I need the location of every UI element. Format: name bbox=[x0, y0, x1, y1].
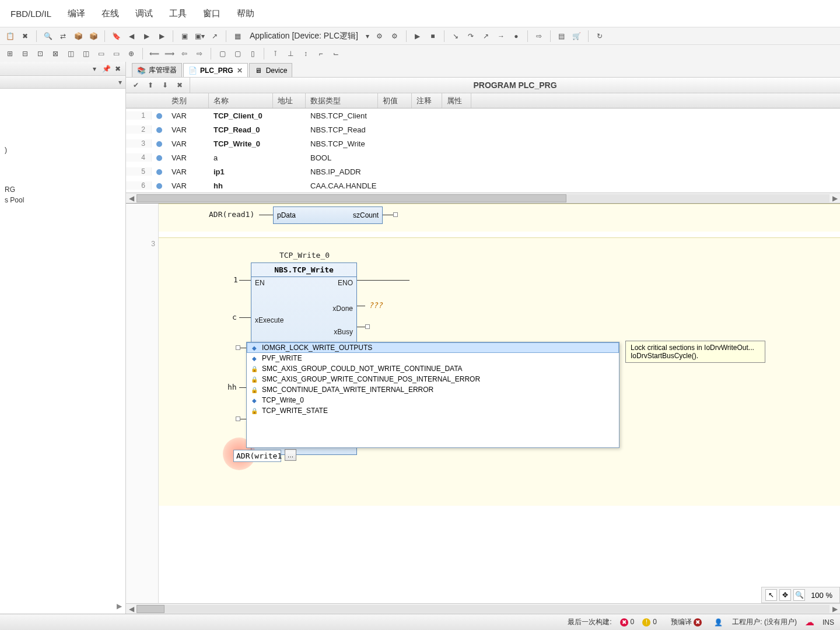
tab-device[interactable]: 🖥 Device bbox=[249, 63, 293, 77]
col-type[interactable]: 数据类型 bbox=[306, 93, 378, 108]
instance-name[interactable]: TCP_Write_0 bbox=[275, 251, 334, 260]
zoom-tool-icon[interactable]: 🔍 bbox=[793, 589, 805, 601]
tab-plc-prg[interactable]: 📄 PLC_PRG ✕ bbox=[183, 63, 248, 77]
scroll-right-icon[interactable]: ▶ bbox=[830, 194, 840, 202]
autocomplete-item[interactable]: 🔒SMC_AXIS_GROUP_COULD_NOT_WRITE_CONTINUE… bbox=[247, 363, 619, 374]
tab-library-manager[interactable]: 📚 库管理器 bbox=[132, 63, 182, 77]
scroll-right-icon[interactable]: ▶ bbox=[830, 605, 840, 613]
fbd-tool-18[interactable]: ⊥ bbox=[284, 47, 297, 60]
find-prev-icon[interactable]: 📦 bbox=[87, 30, 100, 43]
step-out-icon[interactable]: ↗ bbox=[480, 30, 492, 43]
fbd-tool-7[interactable]: ▭ bbox=[94, 47, 107, 60]
fbd-tool-21[interactable]: ⌙ bbox=[330, 47, 342, 60]
scroll-thumb[interactable] bbox=[136, 194, 566, 202]
table-row[interactable]: 3VARTCP_Write_0NBS.TCP_Write bbox=[126, 136, 840, 150]
monitor-icon[interactable]: ▤ bbox=[555, 30, 568, 43]
fbd-tool-6[interactable]: ◫ bbox=[79, 47, 92, 60]
sidebar-tree[interactable]: ) RG s Pool bbox=[0, 89, 125, 209]
scroll-right-icon[interactable]: ▶ bbox=[117, 602, 122, 610]
fbd-tool-3[interactable]: ⊡ bbox=[34, 47, 47, 60]
nav-check-icon[interactable]: ✔ bbox=[131, 80, 141, 90]
menu-fbd[interactable]: FBD/LD/IL bbox=[2, 4, 60, 23]
step-icon[interactable]: → bbox=[495, 30, 508, 43]
fbd-tool-2[interactable]: ⊟ bbox=[19, 47, 32, 60]
fbd-tool-16[interactable]: ▯ bbox=[246, 47, 259, 60]
empty-pin[interactable] bbox=[236, 345, 240, 350]
output-pin[interactable] bbox=[393, 212, 398, 217]
find-next-icon[interactable]: 📦 bbox=[72, 30, 85, 43]
fbd-tool-17[interactable]: ⊺ bbox=[269, 47, 282, 60]
table-row[interactable]: 2VARTCP_Read_0NBS.TCP_Read bbox=[126, 123, 840, 136]
col-comment[interactable]: 注释 bbox=[412, 93, 442, 108]
login-icon[interactable]: ⚙ bbox=[373, 30, 386, 43]
task-icon[interactable]: ▦ bbox=[231, 30, 244, 43]
nav-up-icon[interactable]: ⬆ bbox=[145, 80, 156, 90]
table-row[interactable]: 1VARTCP_Client_0NBS.TCP_Client bbox=[126, 108, 840, 123]
bookmark-next-icon[interactable]: ▶ bbox=[140, 30, 153, 43]
sidebar-pin-icon[interactable]: 📌 bbox=[101, 64, 111, 74]
fbd-tool-10[interactable]: ⟸ bbox=[148, 47, 160, 60]
replace-icon[interactable]: ⇄ bbox=[57, 30, 69, 43]
tree-item[interactable]: s Pool bbox=[2, 195, 123, 205]
vartable-hscroll[interactable]: ◀ ▶ bbox=[126, 192, 840, 203]
stop-icon[interactable]: ■ bbox=[426, 30, 439, 43]
nav-close-icon[interactable]: ✖ bbox=[174, 80, 185, 90]
fbd-tool-19[interactable]: ↕ bbox=[299, 47, 312, 60]
step-into-icon[interactable]: ↘ bbox=[449, 30, 462, 43]
col-kind[interactable]: 类别 bbox=[167, 93, 209, 108]
fbd-tool-8[interactable]: ▭ bbox=[110, 47, 123, 60]
expression-input[interactable]: ADR(write1 bbox=[233, 450, 281, 462]
project-settings-icon[interactable]: ▣▾ bbox=[193, 30, 206, 43]
xbusy-pin[interactable] bbox=[365, 324, 370, 329]
application-dropdown[interactable]: Application [Device: PLC逻辑] bbox=[246, 31, 362, 41]
empty-pin[interactable] bbox=[236, 416, 240, 421]
autocomplete-item[interactable]: 🔒TCP_WRITE_STATE bbox=[247, 405, 619, 416]
sidebar-close-icon[interactable]: ✖ bbox=[113, 64, 123, 74]
fbd-tool-13[interactable]: ⇨ bbox=[193, 47, 206, 60]
menu-window[interactable]: 窗口 bbox=[195, 4, 229, 24]
table-row[interactable]: 4VARaBOOL bbox=[126, 150, 840, 164]
autocomplete-item[interactable]: 🔒SMC_AXIS_GROUP_WRITE_CONTINUE_POS_INTER… bbox=[247, 374, 619, 384]
tree-item[interactable]: ) bbox=[2, 145, 123, 155]
col-name[interactable]: 名称 bbox=[209, 93, 273, 108]
forward-icon[interactable]: ⇨ bbox=[533, 30, 545, 43]
menu-tools[interactable]: 工具 bbox=[161, 4, 195, 24]
open-icon[interactable]: ↗ bbox=[208, 30, 221, 43]
scroll-left-icon[interactable]: ◀ bbox=[126, 605, 136, 613]
chevron-down-icon[interactable]: ▾ bbox=[364, 32, 371, 40]
pan-tool-icon[interactable]: ✥ bbox=[779, 589, 791, 601]
autocomplete-popup[interactable]: ◆IOMGR_LOCK_WRITE_OUTPUTS◆PVF_WRITE🔒SMC_… bbox=[246, 342, 620, 448]
find-icon[interactable]: 🔍 bbox=[41, 30, 54, 43]
sidebar-dropdown-icon[interactable]: ▾ bbox=[89, 64, 100, 74]
fbd-tool-12[interactable]: ⇦ bbox=[178, 47, 191, 60]
scroll-thumb[interactable] bbox=[136, 605, 164, 613]
col-init[interactable]: 初值 bbox=[378, 93, 412, 108]
store-icon[interactable]: 🛒 bbox=[570, 30, 583, 43]
autocomplete-item[interactable]: ◆TCP_Write_0 bbox=[247, 395, 619, 405]
autocomplete-item[interactable]: ◆PVF_WRITE bbox=[247, 353, 619, 363]
sidebar-expand-icon[interactable]: ▾ bbox=[118, 78, 122, 86]
browse-button[interactable]: … bbox=[285, 449, 296, 461]
fbd-tool-1[interactable]: ⊞ bbox=[4, 47, 16, 60]
table-row[interactable]: 6VARhhCAA.CAA.HANDLE bbox=[126, 178, 840, 192]
menu-help[interactable]: 帮助 bbox=[229, 4, 262, 24]
copy-icon[interactable]: 📋 bbox=[4, 30, 16, 43]
bookmark-icon[interactable]: 🔖 bbox=[110, 30, 123, 43]
menu-online[interactable]: 在线 bbox=[93, 4, 127, 24]
step-over-icon[interactable]: ↷ bbox=[464, 30, 477, 43]
refresh-icon[interactable]: ↻ bbox=[593, 30, 606, 43]
fbd-tool-15[interactable]: ▢ bbox=[231, 47, 244, 60]
bookmark-prev-icon[interactable]: ◀ bbox=[125, 30, 138, 43]
fbd-tool-5[interactable]: ◫ bbox=[64, 47, 77, 60]
project-icon[interactable]: ▣ bbox=[178, 30, 191, 43]
delete-icon[interactable]: ✖ bbox=[19, 30, 32, 43]
col-attr[interactable]: 属性 bbox=[442, 93, 471, 108]
logout-icon[interactable]: ⚙ bbox=[388, 30, 401, 43]
autocomplete-item[interactable]: 🔒SMC_CONTINUE_DATA_WRITE_INTERNAL_ERROR bbox=[247, 384, 619, 395]
fbd-tool-4[interactable]: ⊠ bbox=[49, 47, 62, 60]
menu-debug[interactable]: 调试 bbox=[127, 4, 161, 24]
fbd-tool-9[interactable]: ⊕ bbox=[125, 47, 138, 60]
close-icon[interactable]: ✕ bbox=[237, 66, 243, 75]
tree-item[interactable]: RG bbox=[2, 184, 123, 195]
fbd-editor[interactable]: 3 ADR(read1) pData szCount bbox=[126, 204, 840, 603]
